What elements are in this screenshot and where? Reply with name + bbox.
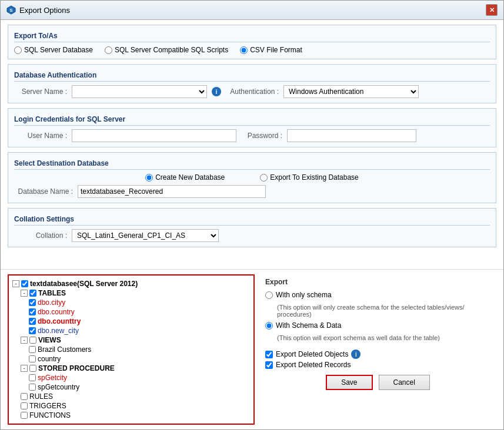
db-name-input[interactable] — [78, 185, 266, 198]
radio-export-existing[interactable]: Export To Existing Database — [260, 173, 359, 182]
radio-export-existing-label: Export To Existing Database — [270, 173, 359, 182]
footer-buttons: Save Cancel — [265, 375, 490, 390]
tree-sp-getcountry-checkbox[interactable] — [29, 384, 36, 391]
login-credentials-row: User Name : Password : — [14, 129, 490, 142]
tree-brazil-customers-checkbox[interactable] — [29, 346, 36, 353]
save-button[interactable]: Save — [326, 375, 372, 390]
tree-triggers-label: TRIGGERS — [29, 402, 66, 410]
tree-root-label: textdatabasee(SQL Server 2012) — [30, 280, 138, 288]
tree-tables-label: TABLES — [38, 289, 66, 297]
tree-dbo-country-label: dbo.country — [38, 308, 75, 316]
select-destination-section: Select Destination Database Create New D… — [8, 152, 496, 203]
tree-sp-getcity[interactable]: spGetcity — [29, 373, 250, 382]
tree-dbo-cityy-label: dbo.cityy — [38, 298, 65, 307]
export-deleted-objects-label: Export Deleted Objects — [276, 350, 348, 358]
dialog-title: Export Options — [19, 6, 70, 15]
tree-dbo-counttry-label: dbo.counttry — [38, 317, 81, 325]
tree-triggers[interactable]: TRIGGERS — [21, 401, 250, 411]
radio-export-existing-input[interactable] — [260, 174, 268, 182]
tree-stored-proc-group[interactable]: - STORED PROCEDURE — [21, 364, 250, 373]
export-to-title: Export To/As — [14, 30, 490, 42]
tree-dbo-new-city-label: dbo.new_city — [38, 327, 79, 335]
select-destination-title: Select Destination Database — [14, 157, 490, 170]
bottom-area: - textdatabasee(SQL Server 2012) - TABLE… — [1, 269, 503, 429]
export-to-box: Export To/As SQL Server Database SQL Ser… — [8, 25, 496, 59]
schema-data-radio[interactable] — [265, 322, 273, 330]
tree-views-checkbox[interactable] — [29, 337, 36, 344]
collation-section: Collation Settings Collation : SQL_Latin… — [8, 208, 496, 247]
schema-data-radio-label[interactable]: With Schema & Data — [265, 321, 341, 330]
radio-create-new-input[interactable] — [145, 174, 153, 182]
tree-country-view[interactable]: country — [29, 354, 250, 364]
cancel-button[interactable]: Cancel — [379, 375, 430, 390]
radio-sql-server-db-label: SQL Server Database — [24, 46, 93, 54]
server-name-input[interactable] — [72, 85, 207, 98]
tree-country-view-label: country — [38, 355, 61, 363]
tree-dbo-cityy[interactable]: dbo.cityy — [29, 298, 250, 307]
tree-rules-label: RULES — [29, 392, 53, 401]
password-label: Password : — [241, 132, 282, 140]
server-info-icon[interactable]: i — [212, 87, 221, 96]
collation-select[interactable]: SQL_Latin1_General_CP1_CI_AS — [72, 229, 219, 242]
radio-sql-scripts[interactable]: SQL Server Compatible SQL Scripts — [105, 46, 228, 54]
tree-dbo-country[interactable]: dbo.country — [29, 307, 250, 317]
tree-root-expander[interactable]: - — [12, 280, 19, 287]
export-panel: Export With only schema (This option wil… — [259, 274, 496, 425]
radio-csv-format-input[interactable] — [240, 46, 248, 54]
tree-rules[interactable]: RULES — [21, 392, 250, 401]
collation-label: Collation : — [14, 231, 67, 240]
tree-root-checkbox[interactable] — [21, 280, 28, 287]
tree-sp-getcountry[interactable]: spGetcountry — [29, 382, 250, 392]
tree-stored-proc-label: STORED PROCEDURE — [38, 364, 115, 372]
tree-sp-getcity-checkbox[interactable] — [29, 374, 36, 381]
username-input[interactable] — [72, 129, 236, 142]
tree-views-expander[interactable]: - — [21, 337, 28, 344]
tree-functions-checkbox[interactable] — [21, 412, 28, 419]
tree-dbo-counttry[interactable]: dbo.counttry — [29, 317, 250, 326]
password-input[interactable] — [287, 129, 416, 142]
tree-views-group[interactable]: - VIEWS — [21, 335, 250, 345]
tree-brazil-customers-label: Brazil Customers — [38, 345, 91, 354]
destination-radio-row: Create New Database Export To Existing D… — [14, 173, 490, 182]
login-credentials-box: Login Credentials for SQL Server User Na… — [8, 108, 496, 147]
export-options-dialog: S Export Options ✕ Export To/As SQL Serv… — [0, 0, 504, 430]
db-auth-box: Database Authentication Server Name : i … — [8, 64, 496, 103]
tree-stored-proc-expander[interactable]: - — [21, 365, 28, 372]
tree-panel: - textdatabasee(SQL Server 2012) - TABLE… — [8, 274, 255, 425]
db-auth-title: Database Authentication — [14, 69, 490, 82]
export-deleted-objects-checkbox[interactable] — [265, 351, 273, 358]
auth-select[interactable]: Windows Authentication — [283, 85, 419, 98]
tree-dbo-new-city-checkbox[interactable] — [29, 327, 36, 334]
tree-views-label: VIEWS — [38, 336, 61, 344]
tree-dbo-counttry-checkbox[interactable] — [29, 318, 36, 325]
tree-dbo-new-city[interactable]: dbo.new_city — [29, 326, 250, 335]
export-title: Export — [265, 278, 490, 286]
tree-tables-expander[interactable]: - — [21, 290, 28, 297]
radio-sql-server-db[interactable]: SQL Server Database — [14, 46, 93, 54]
tree-brazil-customers[interactable]: Brazil Customers — [29, 345, 250, 354]
tree-rules-checkbox[interactable] — [21, 393, 28, 400]
radio-sql-server-db-input[interactable] — [14, 46, 22, 54]
export-deleted-info-icon[interactable]: i — [351, 350, 361, 359]
server-name-label: Server Name : — [14, 88, 67, 96]
export-to-radio-group: SQL Server Database SQL Server Compatibl… — [14, 46, 490, 54]
tree-triggers-checkbox[interactable] — [21, 402, 28, 409]
schema-only-radio-label[interactable]: With only schema — [265, 291, 332, 299]
tree-root[interactable]: - textdatabasee(SQL Server 2012) — [12, 279, 250, 288]
radio-create-new[interactable]: Create New Database — [145, 173, 225, 182]
tree-tables-group[interactable]: - TABLES — [21, 288, 250, 298]
close-button[interactable]: ✕ — [486, 4, 498, 16]
tree-sp-getcountry-label: spGetcountry — [38, 383, 79, 391]
title-bar: S Export Options ✕ — [1, 1, 503, 20]
tree-country-view-checkbox[interactable] — [29, 355, 36, 362]
tree-functions[interactable]: FUNCTIONS — [21, 411, 250, 420]
tree-stored-proc-checkbox[interactable] — [29, 365, 36, 372]
radio-csv-format[interactable]: CSV File Format — [240, 46, 302, 54]
export-deleted-records-checkbox[interactable] — [265, 361, 273, 369]
schema-only-radio[interactable] — [265, 291, 273, 299]
tree-tables-checkbox[interactable] — [29, 290, 36, 297]
tree-dbo-cityy-checkbox[interactable] — [29, 299, 36, 306]
radio-sql-scripts-input[interactable] — [105, 46, 112, 54]
schema-data-option: With Schema & Data — [265, 321, 490, 330]
tree-dbo-country-checkbox[interactable] — [29, 308, 36, 315]
